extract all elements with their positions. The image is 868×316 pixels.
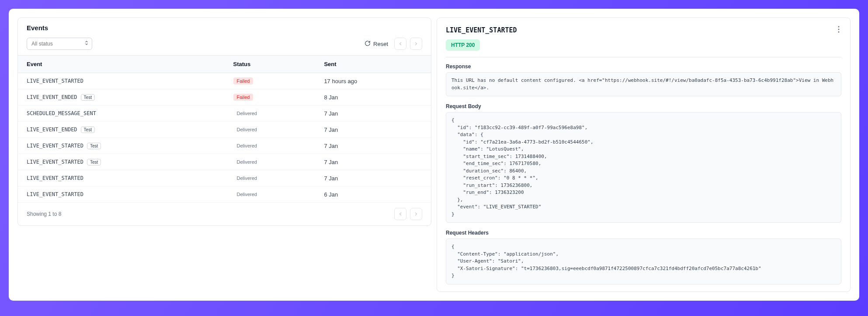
request-body: { "id": "f183cc92-cc39-489f-a0f7-99ac596… <box>446 112 841 223</box>
status-badge: Delivered <box>233 158 260 165</box>
status-badge: Delivered <box>233 191 260 198</box>
status-cell: Delivered <box>225 154 316 170</box>
toolbar-actions: Reset <box>362 38 422 50</box>
test-badge: Test <box>81 126 95 133</box>
response-label: Response <box>446 63 841 70</box>
svg-point-2 <box>838 32 840 33</box>
status-cell: Failed <box>225 73 316 89</box>
col-status: Status <box>225 56 316 73</box>
pager-bottom <box>394 208 422 220</box>
events-title: Events <box>18 18 431 38</box>
request-headers: { "Content-Type": "application/json", "U… <box>446 239 841 284</box>
status-filter-wrap <box>27 38 92 50</box>
events-toolbar: Reset <box>18 38 431 55</box>
sent-cell: 7 Jan <box>315 122 431 138</box>
table-row[interactable]: LIVE_EVENT_STARTEDTestDelivered7 Jan <box>18 154 431 170</box>
headers-section: Request Headers { "Content-Type": "appli… <box>437 230 850 291</box>
table-row[interactable]: LIVE_EVENT_ENDEDTestFailed8 Jan <box>18 89 431 105</box>
detail-card: LIVE_EVENT_STARTED HTTP 200 Response Thi… <box>437 18 851 292</box>
event-cell: LIVE_EVENT_STARTEDTest <box>18 154 225 170</box>
chevron-right-icon <box>413 211 419 217</box>
more-button[interactable] <box>836 24 841 36</box>
refresh-icon <box>365 40 371 48</box>
divider <box>446 57 841 57</box>
status-badge: Failed <box>233 94 253 101</box>
status-cell: Delivered <box>225 138 316 154</box>
events-table: Event Status Sent LIVE_EVENT_STARTEDFail… <box>18 55 431 203</box>
events-card: Events Reset <box>17 18 431 226</box>
chevron-left-icon <box>398 41 403 46</box>
reset-label: Reset <box>373 41 388 47</box>
event-cell: SCHEDULED_MESSAGE_SENT <box>18 105 225 122</box>
showing-label: Showing 1 to 8 <box>27 211 61 217</box>
table-row[interactable]: LIVE_EVENT_STARTEDTestDelivered7 Jan <box>18 138 431 154</box>
event-cell: LIVE_EVENT_STARTEDTest <box>18 138 225 154</box>
sent-cell: 7 Jan <box>315 170 431 186</box>
prev-page-button-top[interactable] <box>394 38 406 50</box>
http-status-badge: HTTP 200 <box>446 39 480 51</box>
event-name: LIVE_EVENT_STARTED <box>27 191 83 197</box>
test-badge: Test <box>81 94 95 101</box>
http-row: HTTP 200 <box>437 39 850 57</box>
svg-point-0 <box>838 26 840 28</box>
sent-cell: 7 Jan <box>315 105 431 122</box>
sent-cell: 17 hours ago <box>315 73 431 89</box>
status-badge: Delivered <box>233 110 260 117</box>
detail-header: LIVE_EVENT_STARTED <box>437 18 850 39</box>
status-cell: Delivered <box>225 170 316 186</box>
sent-cell: 7 Jan <box>315 138 431 154</box>
app-container: Events Reset <box>9 9 859 301</box>
status-cell: Failed <box>225 89 316 105</box>
detail-panel: LIVE_EVENT_STARTED HTTP 200 Response Thi… <box>437 18 851 292</box>
event-name: LIVE_EVENT_STARTED <box>27 143 83 149</box>
status-filter-select[interactable] <box>27 38 92 50</box>
table-row[interactable]: LIVE_EVENT_ENDEDTestDelivered7 Jan <box>18 122 431 138</box>
event-name: LIVE_EVENT_ENDED <box>27 94 77 100</box>
chevron-right-icon <box>413 41 419 46</box>
detail-title: LIVE_EVENT_STARTED <box>446 26 517 34</box>
dots-vertical-icon <box>838 26 840 33</box>
event-cell: LIVE_EVENT_ENDEDTest <box>18 122 225 138</box>
events-footer: Showing 1 to 8 <box>18 203 431 225</box>
sent-cell: 7 Jan <box>315 154 431 170</box>
table-row[interactable]: LIVE_EVENT_STARTEDFailed17 hours ago <box>18 73 431 89</box>
prev-page-button-bottom[interactable] <box>394 208 406 220</box>
event-cell: LIVE_EVENT_STARTED <box>18 170 225 186</box>
status-cell: Delivered <box>225 122 316 138</box>
next-page-button-bottom[interactable] <box>410 208 422 220</box>
body-section: Request Body { "id": "f183cc92-cc39-489f… <box>437 103 850 230</box>
col-sent: Sent <box>315 56 431 73</box>
event-name: LIVE_EVENT_STARTED <box>27 78 83 84</box>
event-cell: LIVE_EVENT_STARTED <box>18 73 225 89</box>
status-badge: Failed <box>233 77 253 84</box>
test-badge: Test <box>87 159 101 165</box>
events-panel: Events Reset <box>17 18 431 292</box>
status-badge: Delivered <box>233 175 260 182</box>
response-section: Response This URL has no default content… <box>437 63 850 103</box>
test-badge: Test <box>87 143 101 149</box>
body-label: Request Body <box>446 103 841 109</box>
headers-label: Request Headers <box>446 230 841 236</box>
svg-point-1 <box>838 29 840 30</box>
status-cell: Delivered <box>225 105 316 122</box>
sent-cell: 8 Jan <box>315 89 431 105</box>
table-row[interactable]: SCHEDULED_MESSAGE_SENTDelivered7 Jan <box>18 105 431 122</box>
sent-cell: 6 Jan <box>315 186 431 203</box>
table-row[interactable]: LIVE_EVENT_STARTEDDelivered6 Jan <box>18 186 431 203</box>
reset-button[interactable]: Reset <box>362 39 391 49</box>
col-event: Event <box>18 56 225 73</box>
event-name: LIVE_EVENT_ENDED <box>27 126 77 133</box>
event-cell: LIVE_EVENT_ENDEDTest <box>18 89 225 105</box>
status-badge: Delivered <box>233 126 260 133</box>
table-row[interactable]: LIVE_EVENT_STARTEDDelivered7 Jan <box>18 170 431 186</box>
event-name: LIVE_EVENT_STARTED <box>27 159 83 165</box>
next-page-button-top[interactable] <box>410 38 422 50</box>
chevron-left-icon <box>398 211 403 217</box>
event-cell: LIVE_EVENT_STARTED <box>18 186 225 203</box>
response-body: This URL has no default content configur… <box>446 72 841 96</box>
event-name: SCHEDULED_MESSAGE_SENT <box>27 110 96 116</box>
event-name: LIVE_EVENT_STARTED <box>27 175 83 181</box>
status-badge: Delivered <box>233 142 260 149</box>
status-cell: Delivered <box>225 186 316 203</box>
